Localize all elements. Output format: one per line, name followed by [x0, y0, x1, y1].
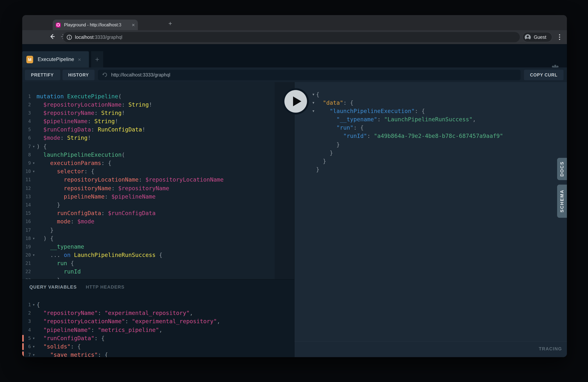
execute-play-button[interactable]: [282, 88, 309, 114]
history-button[interactable]: HISTORY: [63, 69, 95, 80]
fold-arrow-icon[interactable]: ▾: [311, 107, 316, 115]
fold-arrow-icon[interactable]: ▾: [31, 234, 37, 242]
code-text: }: [316, 165, 319, 174]
token: on: [64, 252, 74, 258]
token: "LaunchPipelineRunSuccess": [384, 116, 473, 123]
line-number: 5: [22, 126, 31, 134]
new-tab-button[interactable]: +: [168, 20, 172, 27]
code-text: repositoryLocationName: $repositoryLocat…: [37, 176, 224, 184]
code-text: "launchPipelineExecution": {: [316, 107, 425, 115]
tracing-label[interactable]: TRACING: [539, 346, 562, 352]
token: mode: [37, 218, 71, 225]
code-text: "run": {: [316, 124, 364, 132]
q-code-line: 10▾ selector: {: [22, 167, 294, 175]
q-code-line: 6 $mode: String!: [22, 134, 294, 142]
code-text: "__typename": "LaunchPipelineRunSuccess"…: [316, 115, 476, 124]
line-number: 23: [22, 276, 31, 279]
site-info-icon[interactable]: [67, 35, 72, 40]
token: __typename: [37, 243, 84, 250]
code-text: }: [37, 226, 54, 234]
token: : {: [343, 99, 354, 106]
code-text: mutation ExecutePipeline(: [37, 92, 122, 100]
token: :: [91, 127, 98, 133]
token: }: [316, 149, 333, 156]
code-text: runId: [37, 268, 81, 276]
query-editor[interactable]: 1mutation ExecutePipeline(2 $repositoryL…: [22, 82, 294, 279]
variables-editor[interactable]: 1▾{2 "repositoryName": "experimental_rep…: [22, 301, 294, 357]
fold-arrow-icon[interactable]: ▾: [31, 142, 37, 150]
token: :: [105, 193, 111, 200]
docs-side-tab[interactable]: DOCS: [557, 158, 567, 180]
token: pipelineName: [37, 193, 105, 200]
line-number: 7: [22, 142, 31, 150]
token: :: [139, 176, 146, 183]
token: :: [60, 135, 67, 142]
code-text: ) {: [37, 142, 47, 150]
token: "experimental_repository": [105, 310, 190, 317]
resp-code-line: }: [294, 157, 567, 165]
prettify-button[interactable]: PRETTIFY: [25, 69, 60, 80]
token: repositoryName: [37, 185, 111, 191]
query-pane: 1mutation ExecutePipeline(2 $repositoryL…: [22, 82, 294, 357]
error-marker: [22, 335, 24, 342]
fold-arrow-icon[interactable]: ▾: [31, 301, 37, 309]
response-pane: ▾{▾ "data": {▾ "launchPipelineExecution"…: [294, 82, 567, 357]
session-tab-executepipeline[interactable]: M ExecutePipeline ×: [22, 51, 89, 67]
fold-arrow-icon[interactable]: ▾: [31, 342, 37, 351]
code-text: mode: $mode: [37, 217, 94, 226]
q-code-line: 21 run {: [22, 259, 294, 268]
token: LaunchPipelineRunSuccess: [74, 252, 156, 258]
token: String: [128, 101, 149, 108]
fold-arrow-icon[interactable]: ▾: [31, 351, 37, 357]
token: "pipelineName": [37, 326, 91, 333]
token: }: [316, 158, 326, 165]
code-text: "solids": {: [37, 342, 81, 351]
line-number: 11: [22, 176, 31, 184]
profile-name: Guest: [534, 35, 546, 40]
resp-code-line: ▾{: [294, 90, 567, 99]
line-number: 19: [22, 243, 31, 251]
fold-arrow-icon[interactable]: ▾: [31, 159, 37, 167]
window-close-button[interactable]: [48, 21, 53, 26]
fold-arrow-icon[interactable]: ▾: [311, 99, 316, 107]
endpoint-input[interactable]: http://localhost:3333/graphql: [98, 69, 521, 80]
fold-arrow-icon[interactable]: ▾: [31, 167, 37, 175]
token: "runConfigData": [37, 335, 94, 342]
screenshot-stage: Playground - http://localhost:3 × + loca…: [0, 0, 588, 382]
line-number: 15: [22, 209, 31, 217]
schema-side-tab[interactable]: SCHEMA: [557, 184, 567, 217]
session-close-icon[interactable]: ×: [78, 56, 81, 62]
add-session-button[interactable]: +: [91, 51, 103, 67]
fold-arrow-icon[interactable]: ▾: [31, 251, 37, 259]
token: "__typename": [316, 116, 377, 123]
fold-arrow-icon[interactable]: ▾: [31, 334, 37, 342]
profile-chip[interactable]: Guest: [523, 32, 552, 42]
browser-tab[interactable]: Playground - http://localhost:3 ×: [53, 20, 138, 30]
token: "data": [316, 99, 343, 106]
line-number: 3: [22, 318, 31, 326]
line-number: 8: [22, 151, 31, 159]
back-icon[interactable]: [49, 33, 56, 40]
endpoint-reset-icon[interactable]: [102, 72, 108, 78]
browser-menu-icon[interactable]: [556, 32, 563, 42]
token: :: [111, 185, 118, 191]
q-code-line: 19 __typename: [22, 243, 294, 251]
line-number: 16: [22, 217, 31, 226]
tab-query-variables[interactable]: QUERY VARIABLES: [29, 284, 77, 290]
token: $repositoryLocationName: [37, 101, 122, 108]
tab-http-headers[interactable]: HTTP HEADERS: [86, 284, 125, 290]
resp-code-line: ▾ "launchPipelineExecution": {: [294, 107, 567, 115]
copy-curl-button[interactable]: COPY CURL: [524, 69, 564, 80]
token: }: [37, 202, 60, 208]
fold-arrow-icon[interactable]: ▾: [311, 90, 316, 99]
code-text: pipelineName: $pipelineName: [37, 192, 156, 201]
tab-close-icon[interactable]: ×: [132, 22, 135, 27]
token: ,: [473, 116, 476, 123]
address-bar[interactable]: localhost:3333/graphql: [63, 32, 520, 42]
code-text: repositoryName: $repositoryName: [37, 184, 169, 192]
token: !: [122, 110, 125, 116]
token: "repositoryLocationName": [37, 318, 125, 325]
token: :: [98, 310, 105, 317]
token: (: [118, 93, 122, 100]
token: :: [377, 116, 384, 123]
